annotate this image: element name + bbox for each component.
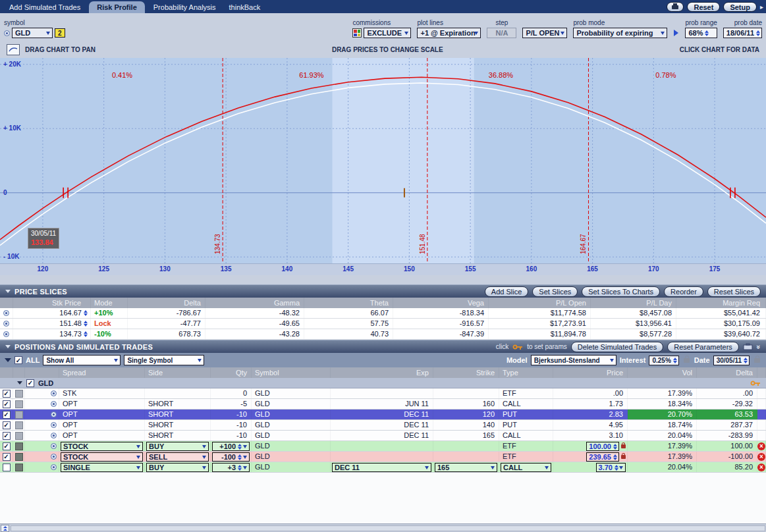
drag-handle[interactable] xyxy=(15,453,23,461)
set-slices-to-charts-button[interactable]: Set Slices To Charts xyxy=(582,286,660,297)
spinner-arrows[interactable] xyxy=(705,30,709,36)
position-row[interactable]: STK 0 GLD ETF .00 17.39% .00 xyxy=(0,388,766,399)
collapse-slices-icon[interactable] xyxy=(5,290,11,293)
symbol-select[interactable]: GLD xyxy=(12,28,53,38)
spinner-arrows[interactable] xyxy=(238,465,242,471)
row-checkbox[interactable] xyxy=(3,400,11,408)
row-checkbox[interactable] xyxy=(3,421,11,429)
prob-range-spinner[interactable]: 68% xyxy=(685,28,717,38)
prob-mode-select[interactable]: Probability of expiring xyxy=(573,28,667,38)
drag-handle[interactable] xyxy=(15,442,23,450)
reset-slices-button[interactable]: Reset Slices xyxy=(707,286,761,297)
slice-mode[interactable]: +10% xyxy=(91,308,128,318)
price-lock-icon[interactable] xyxy=(621,455,626,459)
row-checkbox[interactable] xyxy=(3,432,11,440)
spinner-arrows[interactable] xyxy=(613,454,617,460)
reset-parameters-button[interactable]: Reset Parameters xyxy=(667,342,739,352)
group-checkbox[interactable] xyxy=(26,379,34,387)
position-row[interactable]: OPT SHORT -10 GLD DEC 11 140 PUT 4.95 18… xyxy=(0,420,766,431)
symbol-scope-select[interactable]: Single Symbol xyxy=(124,355,204,365)
price-slice-row[interactable]: 134.73 -10% 678.73 -43.28 40.73 -847.39 … xyxy=(0,329,766,340)
position-row-selected[interactable]: OPT SHORT -10 GLD DEC 11 120 PUT 2.83 20… xyxy=(0,410,766,420)
spinner-arrows[interactable] xyxy=(84,331,88,337)
qty-input[interactable]: +3 xyxy=(212,463,250,472)
params-key-icon[interactable] xyxy=(750,380,761,386)
tab-risk-profile[interactable]: Risk Profile xyxy=(89,1,145,13)
simulated-trade-row[interactable]: STOCK SELL -100 GLD ETF 239.65 17.39% -1… xyxy=(0,452,766,462)
show-filter-select[interactable]: Show All xyxy=(43,355,121,365)
delete-trade-button[interactable]: × xyxy=(757,453,765,461)
side-select[interactable]: SELL xyxy=(146,452,209,462)
delete-trade-button[interactable]: × xyxy=(757,464,765,471)
horizontal-scrollbar[interactable] xyxy=(11,525,765,531)
date-lock-icon[interactable] xyxy=(754,358,760,363)
side-select[interactable]: BUY xyxy=(146,463,209,472)
tab-probability-analysis[interactable]: Probability Analysis xyxy=(147,1,223,13)
expander-icon[interactable] xyxy=(17,381,22,385)
chevron-right-icon[interactable]: ▸ xyxy=(760,3,763,11)
strike-select[interactable]: 165 xyxy=(435,463,497,472)
pl-mode-select[interactable]: P/L OPEN xyxy=(522,28,567,38)
spread-select[interactable]: SINGLE xyxy=(61,463,143,472)
row-checkbox[interactable] xyxy=(3,411,11,419)
spinner-arrows[interactable] xyxy=(84,321,88,327)
row-checkbox[interactable] xyxy=(3,464,11,471)
risk-profile-chart[interactable]: 134.73151.48164.670.41%61.93%36.88%0.78%… xyxy=(0,58,766,263)
briefcase-icon[interactable] xyxy=(743,343,753,350)
chart-canvas[interactable]: 134.73151.48164.670.41%61.93%36.88%0.78% xyxy=(0,58,766,263)
delete-simulated-trades-button[interactable]: Delete Simulated Trades xyxy=(571,342,663,352)
interest-spinner[interactable]: 0.25% xyxy=(649,356,678,365)
spinner-arrows[interactable] xyxy=(615,465,618,471)
slice-mode[interactable]: Lock xyxy=(91,319,128,329)
spread-select[interactable]: STOCK xyxy=(61,452,143,462)
drag-handle[interactable] xyxy=(15,400,23,408)
drag-handle[interactable] xyxy=(15,464,23,471)
position-row[interactable]: OPT SHORT -5 GLD JUN 11 160 CALL 1.73 18… xyxy=(0,399,766,410)
simulated-trade-row[interactable]: SINGLE BUY +3 GLD DEC 11 165 CALL 3.70 2… xyxy=(0,462,766,473)
simulated-trade-row[interactable]: STOCK BUY +100 GLD ETF 100.00 17.39% 100… xyxy=(0,441,766,452)
exp-select[interactable]: DEC 11 xyxy=(332,463,431,472)
pan-chart-icon[interactable] xyxy=(7,44,20,55)
spinner-arrows[interactable] xyxy=(613,444,617,450)
drag-handle[interactable] xyxy=(15,421,23,429)
type-select[interactable]: CALL xyxy=(501,463,551,472)
price-slice-row[interactable]: 151.48 Lock -47.77 -49.65 57.75 -916.57 … xyxy=(0,319,766,329)
slice-mode[interactable]: -10% xyxy=(91,329,128,339)
price-input[interactable]: 100.00 xyxy=(586,442,619,451)
expand-up-icon[interactable] xyxy=(1,525,9,532)
color-grid-icon[interactable] xyxy=(352,28,362,38)
delete-trade-button[interactable]: × xyxy=(757,442,765,450)
collapse-filter-icon[interactable] xyxy=(5,358,11,362)
stk-price-field[interactable]: 164.67 xyxy=(13,308,91,318)
price-slice-row[interactable]: 164.67 +10% -786.67 -48.32 66.07 -818.34… xyxy=(0,308,766,319)
print-button[interactable] xyxy=(667,2,684,12)
qty-input[interactable]: +100 xyxy=(212,442,250,451)
spinner-arrows[interactable] xyxy=(673,358,677,363)
tab-thinkback[interactable]: thinkBack xyxy=(223,1,267,13)
drag-handle[interactable] xyxy=(15,432,23,440)
position-row[interactable]: OPT SHORT -10 GLD DEC 11 165 CALL 3.10 2… xyxy=(0,431,766,441)
side-select[interactable]: BUY xyxy=(146,442,209,451)
tab-add-simulated-trades[interactable]: Add Simulated Trades xyxy=(3,1,87,13)
collapse-section-icon[interactable]: » xyxy=(755,344,763,348)
row-checkbox[interactable] xyxy=(3,442,11,450)
prob-date-spinner[interactable]: 18/06/11 xyxy=(723,28,762,38)
reset-button[interactable]: Reset xyxy=(687,2,720,12)
spinner-arrows[interactable] xyxy=(238,444,242,450)
date-spinner[interactable]: 30/05/11 xyxy=(713,356,750,365)
drag-handle[interactable] xyxy=(15,411,23,419)
collapse-positions-icon[interactable] xyxy=(5,345,11,348)
reorder-button[interactable]: Reorder xyxy=(664,286,703,297)
set-slices-button[interactable]: Set Slices xyxy=(532,286,578,297)
symbol-group-row[interactable]: GLD xyxy=(0,378,766,388)
drag-handle[interactable] xyxy=(15,390,23,398)
plot-lines-select[interactable]: +1 @ Expiration xyxy=(417,28,481,38)
interest-lock-icon[interactable] xyxy=(684,358,690,363)
commissions-select[interactable]: EXCLUDE xyxy=(364,28,411,38)
price-input[interactable]: 3.70 xyxy=(596,463,626,472)
stk-price-field[interactable]: 151.48 xyxy=(13,319,91,329)
spinner-arrows[interactable] xyxy=(756,30,760,36)
row-checkbox[interactable] xyxy=(3,453,11,461)
price-lock-icon[interactable] xyxy=(621,444,626,448)
stk-price-field[interactable]: 134.73 xyxy=(13,329,91,339)
